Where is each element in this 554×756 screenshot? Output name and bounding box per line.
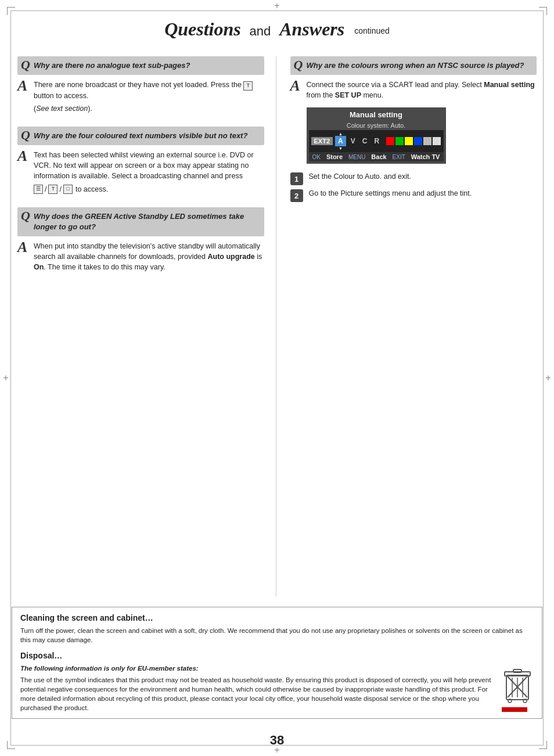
step-1: 1 Set the Colour to Auto. and exit. (290, 172, 537, 185)
slash-1: / (45, 184, 46, 195)
title-continued: continued (354, 26, 390, 35)
red-bar (502, 707, 527, 712)
ms-letter-c: C (360, 136, 370, 146)
manual-setting-row: EXT2 ▲ A ▼ V C R (309, 130, 444, 152)
a-letter-3: A (17, 240, 27, 255)
q3-text: Why does the GREEN Active Standby LED so… (34, 212, 244, 231)
disposal-icon (502, 664, 534, 712)
a-letter-2: A (17, 149, 27, 164)
answer-1-p2: (See text section). (34, 103, 264, 114)
title-questions: Questions (164, 19, 241, 39)
step-2: 2 Go to the Picture settings menu and ad… (290, 189, 537, 202)
ms-watchtv-label: Watch TV (411, 153, 440, 160)
menu-icon: ☰ (34, 185, 43, 194)
ms-color-blue (414, 137, 422, 145)
question-box-4: Q Why are the colours wrong when an NTSC… (290, 56, 537, 75)
answer-block-2: A Text has been selected whilst viewing … (17, 150, 264, 195)
auto-bold: Auto. (365, 172, 382, 181)
qa-block-1: Q Why are there no analogue text sub-pag… (17, 56, 264, 114)
ms-up-arrow: ▲ (339, 132, 343, 136)
setup-bold: SET UP (335, 91, 361, 99)
ms-bottom-row: OK Store MENU Back EXIT Watch TV (309, 152, 444, 161)
q1-bold: analogue (97, 61, 130, 70)
ms-letter-v: V (348, 136, 358, 146)
qa-block-3: Q Why does the GREEN Active Standby LED … (17, 207, 264, 273)
answer-block-4: A Connect the source via a SCART lead an… (290, 80, 537, 100)
question-box-1: Q Why are there no analogue text sub-pag… (17, 56, 264, 75)
answer-4-text: Connect the source via a SCART lead and … (307, 80, 537, 100)
ms-color-red (386, 137, 394, 145)
ms-selected-container: ▲ A ▼ (335, 132, 346, 150)
see-text-italic: See text section (36, 105, 88, 113)
left-column: Q Why are there no analogue text sub-pag… (17, 56, 276, 596)
answer-2-text: Text has been selected whilst viewing an… (34, 150, 264, 181)
ms-selected-letter: A (335, 136, 346, 146)
teletext-icon: T (48, 185, 57, 194)
ms-ok-label: OK (312, 154, 321, 160)
q-letter-4: Q (294, 59, 303, 71)
manual-setting-box: Manual setting Colour system: Auto. EXT2… (307, 107, 446, 164)
ms-exit-label: EXIT (393, 154, 405, 160)
cleaning-title: Cleaning the screen and cabinet… (20, 613, 534, 622)
q-letter-2: Q (21, 129, 30, 142)
bottom-section: Cleaning the screen and cabinet… Turn of… (12, 607, 542, 719)
ms-down-arrow: ▼ (339, 146, 343, 150)
step-2-number: 2 (290, 189, 303, 202)
step-1-text: Set the Colour to Auto. and exit. (309, 172, 537, 182)
title-and: and (250, 24, 271, 38)
question-box-3: Q Why does the GREEN Active Standby LED … (17, 207, 264, 236)
qa-block-2: Q Why are the four coloured text numbers… (17, 127, 264, 195)
waste-bin-icon (502, 664, 534, 704)
auto-upgrade-bold: Auto upgrade (208, 253, 255, 261)
qa-block-4: Q Why are the colours wrong when an NTSC… (290, 56, 537, 202)
q-text-4: Why are the colours wrong when an NTSC s… (307, 60, 531, 71)
on-bold: On (34, 263, 44, 271)
answer-block-3: A When put into standby the television's… (17, 241, 264, 272)
step-2-text: Go to the Picture settings menu and adju… (309, 189, 537, 199)
do-not-bold: do not (302, 627, 321, 634)
ms-letter-r: R (372, 136, 382, 146)
disposal-title: Disposal… (20, 651, 534, 660)
a-letter-1: A (17, 78, 27, 93)
picture-settings-bold: Picture settings (340, 189, 390, 197)
ms-color-gray2 (433, 137, 441, 145)
step-1-number: 1 (290, 172, 303, 185)
q-text-2: Why are the four coloured text numbers v… (34, 131, 258, 141)
a-letter-4: A (290, 78, 300, 93)
q-letter-1: Q (21, 59, 30, 71)
ms-color-gray1 (423, 137, 431, 145)
right-column: Q Why are the colours wrong when an NTSC… (276, 56, 537, 596)
answer-block-1: A There are none broadcast or they have … (17, 80, 264, 114)
disposal-text: The following information is only for EU… (20, 664, 495, 712)
disposal-body: The use of the symbol indicates that thi… (20, 675, 495, 712)
disposal-row: The following information is only for EU… (20, 664, 534, 712)
disposal-italic: The following information is only for EU… (20, 664, 495, 673)
answer-2-icons: ☰ / T / □ to access. (34, 184, 264, 195)
manual-setting-subtitle: Colour system: Auto. (309, 121, 444, 130)
q2-text: Why are the four coloured text numbers v… (34, 131, 247, 140)
box-icon: □ (63, 185, 73, 194)
slash-2: / (59, 184, 61, 195)
text-button-icon: T (243, 81, 253, 91)
answer-3-text: When put into standby the television's a… (34, 241, 264, 272)
ms-ext2-label: EXT2 (311, 137, 333, 145)
q-text-1: Why are there no analogue text sub-pages… (34, 60, 258, 71)
q4-text: Why are the colours wrong when an NTSC s… (307, 61, 524, 70)
question-box-2: Q Why are the four coloured text numbers… (17, 127, 264, 145)
ms-menu-label: MENU (348, 154, 365, 160)
ms-color-yellow (405, 137, 413, 145)
ms-back-label: Back (371, 153, 386, 160)
q1-prefix: Why are there no (34, 61, 97, 70)
to-access: to access. (75, 184, 108, 195)
ms-store-label: Store (326, 153, 343, 160)
q1-italic: text sub-pages? (132, 61, 190, 70)
cleaning-text: Turn off the power, clean the screen and… (20, 626, 534, 645)
manual-setting-title: Manual setting (309, 109, 444, 121)
ms-color-green (395, 137, 404, 145)
manual-setting-bold: Manual setting (484, 81, 535, 89)
svg-rect-2 (513, 669, 521, 672)
q-letter-3: Q (21, 210, 30, 222)
title-answers: Answers (279, 19, 344, 39)
q-text-3: Why does the GREEN Active Standby LED so… (34, 211, 258, 232)
answer-1-p1: There are none broadcast or they have no… (34, 80, 264, 101)
